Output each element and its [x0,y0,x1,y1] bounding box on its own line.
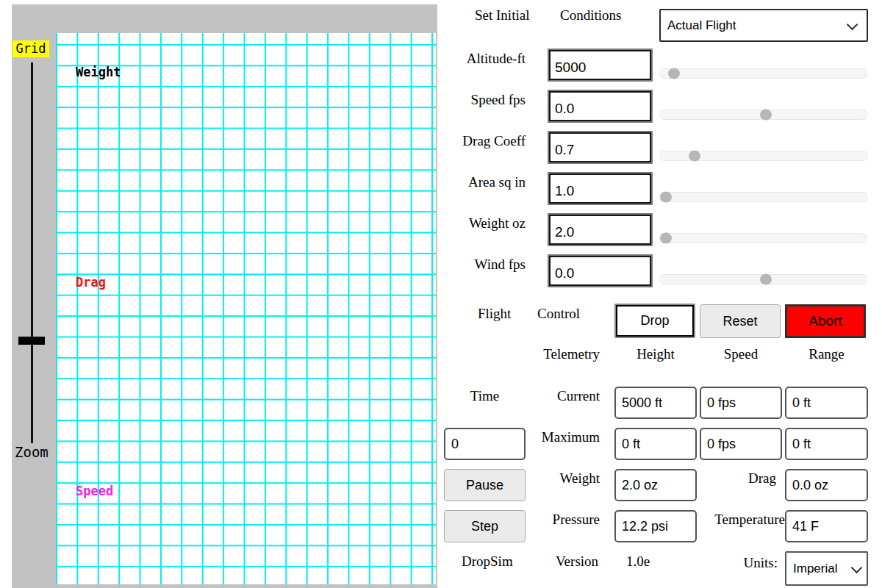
flight-preset-value: Actual Flight [667,18,736,33]
abort-button[interactable]: Abort [785,304,866,338]
drop-button[interactable]: Drop [614,304,695,338]
control-label: Control [537,306,580,322]
weight-readout-label: Weight [512,470,600,487]
altitude-input[interactable] [548,49,653,82]
slider-thumb[interactable] [760,110,772,121]
wind-row: Wind fps [0,254,882,295]
slider-thumb[interactable] [660,192,672,203]
altitude-slider[interactable] [659,68,868,79]
altitude-row: Altitude-ft [0,49,882,90]
drag-readout-label: Drag [695,470,776,487]
app-name-label: DropSim [462,553,513,570]
chevron-down-icon [851,562,863,573]
range-column-label: Range [785,346,868,362]
units-value: Imperial [793,562,837,576]
current-speed-display: 0 fps [700,387,782,419]
weight-slider[interactable] [659,233,868,243]
maximum-height-display: 0 ft [614,428,697,460]
slider-thumb[interactable] [660,233,672,244]
slider-thumb[interactable] [689,151,700,162]
temperature-label: Temperature [689,512,785,528]
area-slider[interactable] [659,192,868,202]
speed-input[interactable] [548,90,653,123]
wind-input[interactable] [548,254,653,287]
zoom-label: Zoom [15,444,49,460]
speed-column-label: Speed [700,346,782,362]
conditions-label: Conditions [560,7,621,24]
current-label: Current [512,388,600,404]
wind-label: Wind fps [434,257,526,273]
weight-oz-label: Weight oz [434,215,526,232]
area-input[interactable] [548,172,653,205]
units-label: Units: [704,555,778,571]
reset-button[interactable]: Reset [700,304,781,338]
speed-slider[interactable] [659,110,868,120]
area-row: Area sq in [0,172,882,213]
weight-oz-input[interactable] [548,213,653,246]
dropsim-window: Grid Zoom Weight Drag Speed Set Initial … [0,0,882,588]
units-select[interactable]: Imperial [785,551,868,586]
set-initial-label: Set Initial [475,7,529,24]
flight-label: Flight [478,306,511,322]
zoom-slider-handle[interactable] [18,337,45,345]
version-value: 1.0e [626,553,650,570]
chevron-down-icon [847,18,858,30]
slider-thumb[interactable] [668,68,680,79]
current-height-display: 5000 ft [614,387,697,419]
weight-row: Weight oz [0,213,882,254]
wind-slider[interactable] [659,274,868,284]
drag-coeff-input[interactable] [548,131,653,164]
pressure-label: Pressure [512,512,600,528]
pressure-display: 12.2 psi [614,510,697,542]
current-range-display: 0 ft [785,387,868,419]
maximum-speed-display: 0 fps [700,428,782,460]
altitude-label: Altitude-ft [434,51,526,67]
maximum-range-display: 0 ft [785,428,868,460]
weight-display: 2.0 oz [614,469,697,501]
speed-row: Speed fps [0,90,882,131]
slider-thumb[interactable] [760,274,772,285]
flight-preset-select[interactable]: Actual Flight [659,9,868,42]
speed-label: Speed fps [434,92,526,108]
area-label: Area sq in [434,174,526,190]
drag-display: 0.0 oz [785,469,868,501]
telemetry-label: Telemetry [512,346,600,362]
drag-coeff-row: Drag Coeff [0,131,882,172]
speed-series-label: Speed [76,484,113,498]
temperature-display: 41 F [785,510,868,542]
height-column-label: Height [614,346,697,362]
version-label: Version [556,553,598,570]
drag-coeff-label: Drag Coeff [434,133,526,149]
maximum-label: Maximum [512,429,600,445]
drag-coeff-slider[interactable] [659,151,868,161]
